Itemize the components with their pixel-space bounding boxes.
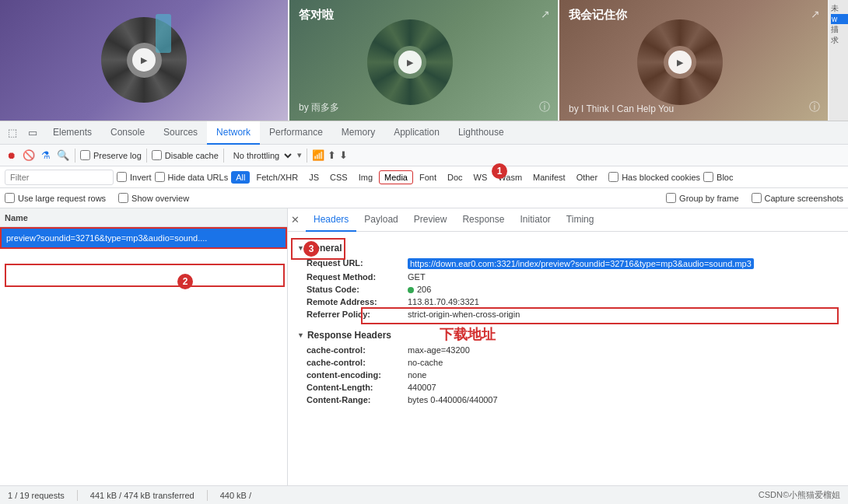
subtab-payload[interactable]: Payload — [356, 208, 405, 232]
disable-cache-checkbox[interactable] — [152, 150, 162, 160]
transferred-size: 441 kB / 474 kB transferred — [90, 491, 194, 500]
tab-performance[interactable]: Performance — [260, 121, 332, 145]
resp-header-3: Content-Length: 440007 — [297, 381, 839, 394]
inspect-icon[interactable]: ⬚ — [3, 124, 22, 142]
large-rows-checkbox[interactable] — [5, 193, 15, 203]
music-card-1: ▶ — [0, 0, 288, 121]
referrer-row: Referrer Policy: strict-origin-when-cros… — [297, 308, 839, 320]
play-btn-2[interactable]: ▶ — [398, 51, 422, 74]
devtools-tab-bar: ⬚ ▭ Elements Console Sources Network Per… — [0, 121, 848, 145]
group-by-frame-label[interactable]: Group by frame — [666, 193, 738, 203]
resp-header-val-2: none — [408, 370, 426, 380]
close-detail-btn[interactable]: ✕ — [291, 214, 300, 226]
import-export-icons: 📶 ⬆ ⬇ — [312, 149, 348, 161]
filter-all[interactable]: All — [231, 171, 250, 184]
tab-elements[interactable]: Elements — [44, 121, 101, 145]
subtab-response[interactable]: Response — [454, 208, 512, 232]
preserve-log-checkbox[interactable] — [80, 150, 90, 160]
preserve-log-label[interactable]: Preserve log — [80, 150, 142, 160]
invert-checkbox[interactable] — [117, 172, 127, 182]
subtab-initiator[interactable]: Initiator — [512, 208, 558, 232]
toolbar-divider-1 — [75, 149, 75, 163]
resp-header-val-0: max-age=43200 — [408, 345, 470, 355]
upload-icon[interactable]: ⬆ — [328, 149, 336, 161]
resource-size: 440 kB / — [220, 491, 251, 500]
tab-application[interactable]: Application — [384, 121, 449, 145]
toolbar-divider-4 — [307, 149, 307, 163]
tab-console[interactable]: Console — [101, 121, 154, 145]
record-btn[interactable]: ⏺ — [5, 149, 19, 163]
filter-btn[interactable]: ⚗ — [39, 149, 53, 163]
annotation-1: 1 — [492, 163, 507, 179]
invert-label[interactable]: Invert — [117, 172, 152, 182]
bloc-checkbox[interactable] — [703, 172, 713, 182]
filter-fetch-xhr[interactable]: Fetch/XHR — [251, 171, 303, 184]
annotation-3: 3 — [303, 241, 319, 257]
device-icon[interactable]: ▭ — [23, 124, 42, 142]
search-btn[interactable]: 🔍 — [56, 149, 70, 163]
play-btn-1[interactable]: ▶ — [132, 48, 156, 72]
has-blocked-cookies-label[interactable]: Has blocked cookies — [608, 172, 700, 182]
filter-img[interactable]: Img — [354, 171, 377, 184]
card3-icon: ↗ — [811, 8, 820, 20]
wifi-icon[interactable]: 📶 — [312, 149, 324, 161]
capture-screenshots-label[interactable]: Capture screenshots — [752, 193, 844, 203]
status-key: Status Code: — [307, 285, 408, 294]
hide-data-urls-label[interactable]: Hide data URLs — [155, 172, 229, 182]
subtab-preview[interactable]: Preview — [406, 208, 455, 232]
group-by-frame-checkbox[interactable] — [666, 193, 676, 203]
options-right: Group by frame Capture screenshots — [666, 193, 843, 203]
filter-other[interactable]: Other — [572, 171, 603, 184]
has-blocked-cookies-checkbox[interactable] — [608, 172, 618, 182]
tab-lighthouse[interactable]: Lighthouse — [449, 121, 513, 145]
vinyl-3: ▶ — [637, 19, 723, 105]
play-btn-3[interactable]: ▶ — [668, 51, 692, 74]
throttle-select[interactable]: No throttling Fast 3G Slow 3G Offline — [229, 150, 294, 161]
tab-sources[interactable]: Sources — [154, 121, 207, 145]
subtab-headers[interactable]: Headers — [306, 208, 356, 232]
download-icon[interactable]: ⬇ — [339, 149, 348, 161]
resp-header-key-4: Content-Range: — [307, 395, 408, 404]
card2-label: by 雨多多 — [299, 101, 339, 114]
show-overview-label[interactable]: Show overview — [118, 193, 189, 203]
music-card-2: 答对啦 ↗ ▶ by 雨多多 ⓘ — [289, 0, 558, 121]
filter-font[interactable]: Font — [415, 171, 441, 184]
hide-data-urls-checkbox[interactable] — [155, 172, 165, 182]
name-col-header: Name — [5, 213, 28, 222]
filter-media[interactable]: Media — [379, 170, 413, 184]
bloc-label[interactable]: Bloc — [703, 172, 733, 182]
tab-memory[interactable]: Memory — [332, 121, 384, 145]
options-row: Use large request rows Show overview Gro… — [0, 188, 848, 208]
vinyl-inner-2: ▶ — [394, 46, 426, 79]
resp-header-key-1: cache-control: — [307, 358, 408, 367]
filter-doc[interactable]: Doc — [443, 171, 468, 184]
filter-manifest[interactable]: Manifest — [528, 171, 570, 184]
filter-ws[interactable]: WS — [469, 171, 492, 184]
request-list: Name preview?soundid=32716&type=mp3&audi… — [0, 208, 288, 485]
filter-bar: Invert Hide data URLs All Fetch/XHR JS C… — [0, 166, 848, 188]
resp-header-key-2: content-encoding: — [307, 370, 408, 380]
throttle-dropdown[interactable]: ▾ — [297, 150, 302, 160]
clear-btn[interactable]: 🚫 — [22, 149, 36, 163]
music-card-3: 我会记住你 ↗ ▶ by I Think I Can Help You ⓘ — [559, 0, 828, 121]
card3-label: by I Think I Can Help You — [569, 103, 674, 114]
request-url-value[interactable]: https://down.ear0.com:3321/index/preview… — [408, 258, 754, 269]
filter-input[interactable] — [5, 170, 114, 185]
filter-js[interactable]: JS — [304, 171, 324, 184]
tab-network[interactable]: Network — [207, 121, 260, 145]
request-item-1[interactable]: preview?soundid=32716&type=mp3&audio=sou… — [0, 227, 287, 249]
status-dot — [408, 287, 414, 293]
disable-cache-label[interactable]: Disable cache — [152, 150, 219, 160]
subtab-timing[interactable]: Timing — [559, 208, 602, 232]
vinyl-1: ▶ — [101, 17, 187, 103]
resp-header-val-4: bytes 0-440006/440007 — [408, 395, 498, 404]
show-overview-checkbox[interactable] — [118, 193, 128, 203]
status-value: 206 — [408, 285, 431, 294]
filter-css[interactable]: CSS — [325, 171, 352, 184]
card3-info: ⓘ — [809, 100, 820, 114]
toolbar-divider-3 — [223, 149, 224, 163]
capture-screenshots-checkbox[interactable] — [752, 193, 762, 203]
request-list-header: Name — [0, 208, 287, 227]
large-rows-label[interactable]: Use large request rows — [5, 193, 106, 203]
card2-title: 答对啦 — [299, 8, 334, 23]
